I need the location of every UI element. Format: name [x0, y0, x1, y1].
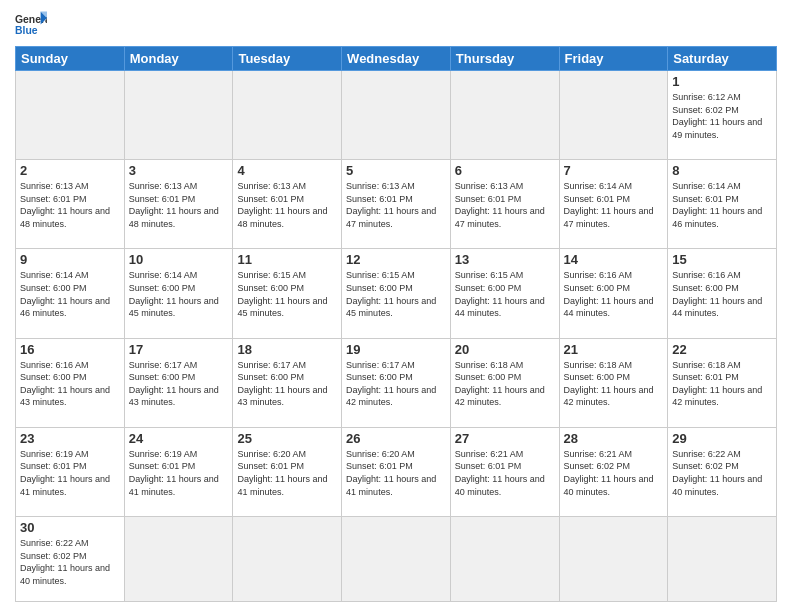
week-row-3: 9Sunrise: 6:14 AMSunset: 6:00 PMDaylight… [16, 249, 777, 338]
calendar-cell [233, 71, 342, 160]
page: General Blue SundayMondayTuesdayWednesda… [0, 0, 792, 612]
day-number: 9 [20, 252, 120, 267]
calendar-cell: 4Sunrise: 6:13 AMSunset: 6:01 PMDaylight… [233, 160, 342, 249]
day-number: 16 [20, 342, 120, 357]
day-info: Sunrise: 6:13 AMSunset: 6:01 PMDaylight:… [346, 180, 446, 230]
weekday-header-monday: Monday [124, 47, 233, 71]
calendar-cell: 13Sunrise: 6:15 AMSunset: 6:00 PMDayligh… [450, 249, 559, 338]
calendar-cell [450, 516, 559, 601]
day-number: 13 [455, 252, 555, 267]
day-info: Sunrise: 6:21 AMSunset: 6:01 PMDaylight:… [455, 448, 555, 498]
calendar-cell: 25Sunrise: 6:20 AMSunset: 6:01 PMDayligh… [233, 427, 342, 516]
calendar-cell: 24Sunrise: 6:19 AMSunset: 6:01 PMDayligh… [124, 427, 233, 516]
weekday-header-friday: Friday [559, 47, 668, 71]
calendar-cell: 17Sunrise: 6:17 AMSunset: 6:00 PMDayligh… [124, 338, 233, 427]
calendar-cell: 12Sunrise: 6:15 AMSunset: 6:00 PMDayligh… [342, 249, 451, 338]
calendar-cell [559, 71, 668, 160]
week-row-6: 30Sunrise: 6:22 AMSunset: 6:02 PMDayligh… [16, 516, 777, 601]
day-info: Sunrise: 6:15 AMSunset: 6:00 PMDaylight:… [346, 269, 446, 319]
calendar-cell: 30Sunrise: 6:22 AMSunset: 6:02 PMDayligh… [16, 516, 125, 601]
calendar-cell: 11Sunrise: 6:15 AMSunset: 6:00 PMDayligh… [233, 249, 342, 338]
calendar-cell [559, 516, 668, 601]
day-info: Sunrise: 6:14 AMSunset: 6:00 PMDaylight:… [129, 269, 229, 319]
day-info: Sunrise: 6:19 AMSunset: 6:01 PMDaylight:… [20, 448, 120, 498]
day-info: Sunrise: 6:18 AMSunset: 6:00 PMDaylight:… [564, 359, 664, 409]
day-info: Sunrise: 6:20 AMSunset: 6:01 PMDaylight:… [237, 448, 337, 498]
calendar-cell: 9Sunrise: 6:14 AMSunset: 6:00 PMDaylight… [16, 249, 125, 338]
day-info: Sunrise: 6:17 AMSunset: 6:00 PMDaylight:… [237, 359, 337, 409]
day-number: 4 [237, 163, 337, 178]
day-info: Sunrise: 6:13 AMSunset: 6:01 PMDaylight:… [455, 180, 555, 230]
calendar-cell: 21Sunrise: 6:18 AMSunset: 6:00 PMDayligh… [559, 338, 668, 427]
calendar-table: SundayMondayTuesdayWednesdayThursdayFrid… [15, 46, 777, 602]
day-info: Sunrise: 6:17 AMSunset: 6:00 PMDaylight:… [129, 359, 229, 409]
calendar-cell: 6Sunrise: 6:13 AMSunset: 6:01 PMDaylight… [450, 160, 559, 249]
day-number: 19 [346, 342, 446, 357]
day-number: 26 [346, 431, 446, 446]
day-info: Sunrise: 6:15 AMSunset: 6:00 PMDaylight:… [237, 269, 337, 319]
day-number: 17 [129, 342, 229, 357]
calendar-cell: 28Sunrise: 6:21 AMSunset: 6:02 PMDayligh… [559, 427, 668, 516]
day-number: 20 [455, 342, 555, 357]
day-info: Sunrise: 6:18 AMSunset: 6:00 PMDaylight:… [455, 359, 555, 409]
calendar-cell: 1Sunrise: 6:12 AMSunset: 6:02 PMDaylight… [668, 71, 777, 160]
calendar-cell: 29Sunrise: 6:22 AMSunset: 6:02 PMDayligh… [668, 427, 777, 516]
calendar-cell: 26Sunrise: 6:20 AMSunset: 6:01 PMDayligh… [342, 427, 451, 516]
day-number: 7 [564, 163, 664, 178]
day-number: 21 [564, 342, 664, 357]
calendar-cell: 18Sunrise: 6:17 AMSunset: 6:00 PMDayligh… [233, 338, 342, 427]
calendar-cell: 23Sunrise: 6:19 AMSunset: 6:01 PMDayligh… [16, 427, 125, 516]
day-number: 10 [129, 252, 229, 267]
day-number: 23 [20, 431, 120, 446]
calendar-cell [342, 516, 451, 601]
weekday-header-thursday: Thursday [450, 47, 559, 71]
week-row-5: 23Sunrise: 6:19 AMSunset: 6:01 PMDayligh… [16, 427, 777, 516]
day-info: Sunrise: 6:18 AMSunset: 6:01 PMDaylight:… [672, 359, 772, 409]
day-info: Sunrise: 6:17 AMSunset: 6:00 PMDaylight:… [346, 359, 446, 409]
calendar-cell: 14Sunrise: 6:16 AMSunset: 6:00 PMDayligh… [559, 249, 668, 338]
calendar-cell: 3Sunrise: 6:13 AMSunset: 6:01 PMDaylight… [124, 160, 233, 249]
day-number: 2 [20, 163, 120, 178]
calendar-cell: 27Sunrise: 6:21 AMSunset: 6:01 PMDayligh… [450, 427, 559, 516]
week-row-2: 2Sunrise: 6:13 AMSunset: 6:01 PMDaylight… [16, 160, 777, 249]
day-number: 27 [455, 431, 555, 446]
logo: General Blue [15, 10, 47, 38]
day-number: 25 [237, 431, 337, 446]
day-info: Sunrise: 6:13 AMSunset: 6:01 PMDaylight:… [237, 180, 337, 230]
day-info: Sunrise: 6:21 AMSunset: 6:02 PMDaylight:… [564, 448, 664, 498]
day-info: Sunrise: 6:15 AMSunset: 6:00 PMDaylight:… [455, 269, 555, 319]
svg-text:Blue: Blue [15, 25, 38, 36]
calendar-cell: 22Sunrise: 6:18 AMSunset: 6:01 PMDayligh… [668, 338, 777, 427]
day-info: Sunrise: 6:14 AMSunset: 6:01 PMDaylight:… [672, 180, 772, 230]
day-number: 24 [129, 431, 229, 446]
day-number: 8 [672, 163, 772, 178]
day-number: 28 [564, 431, 664, 446]
calendar-cell [342, 71, 451, 160]
day-number: 18 [237, 342, 337, 357]
calendar-cell: 2Sunrise: 6:13 AMSunset: 6:01 PMDaylight… [16, 160, 125, 249]
day-number: 30 [20, 520, 120, 535]
weekday-header-sunday: Sunday [16, 47, 125, 71]
day-number: 5 [346, 163, 446, 178]
day-number: 3 [129, 163, 229, 178]
day-number: 6 [455, 163, 555, 178]
calendar-cell: 15Sunrise: 6:16 AMSunset: 6:00 PMDayligh… [668, 249, 777, 338]
calendar-cell [233, 516, 342, 601]
day-info: Sunrise: 6:13 AMSunset: 6:01 PMDaylight:… [20, 180, 120, 230]
weekday-header-wednesday: Wednesday [342, 47, 451, 71]
day-info: Sunrise: 6:16 AMSunset: 6:00 PMDaylight:… [20, 359, 120, 409]
day-info: Sunrise: 6:16 AMSunset: 6:00 PMDaylight:… [564, 269, 664, 319]
calendar-cell: 20Sunrise: 6:18 AMSunset: 6:00 PMDayligh… [450, 338, 559, 427]
day-info: Sunrise: 6:13 AMSunset: 6:01 PMDaylight:… [129, 180, 229, 230]
calendar-cell: 19Sunrise: 6:17 AMSunset: 6:00 PMDayligh… [342, 338, 451, 427]
calendar-cell [668, 516, 777, 601]
calendar-cell [124, 71, 233, 160]
calendar-cell: 7Sunrise: 6:14 AMSunset: 6:01 PMDaylight… [559, 160, 668, 249]
weekday-header-tuesday: Tuesday [233, 47, 342, 71]
calendar-cell [450, 71, 559, 160]
day-number: 29 [672, 431, 772, 446]
day-number: 14 [564, 252, 664, 267]
week-row-4: 16Sunrise: 6:16 AMSunset: 6:00 PMDayligh… [16, 338, 777, 427]
calendar-cell [124, 516, 233, 601]
weekday-header-saturday: Saturday [668, 47, 777, 71]
